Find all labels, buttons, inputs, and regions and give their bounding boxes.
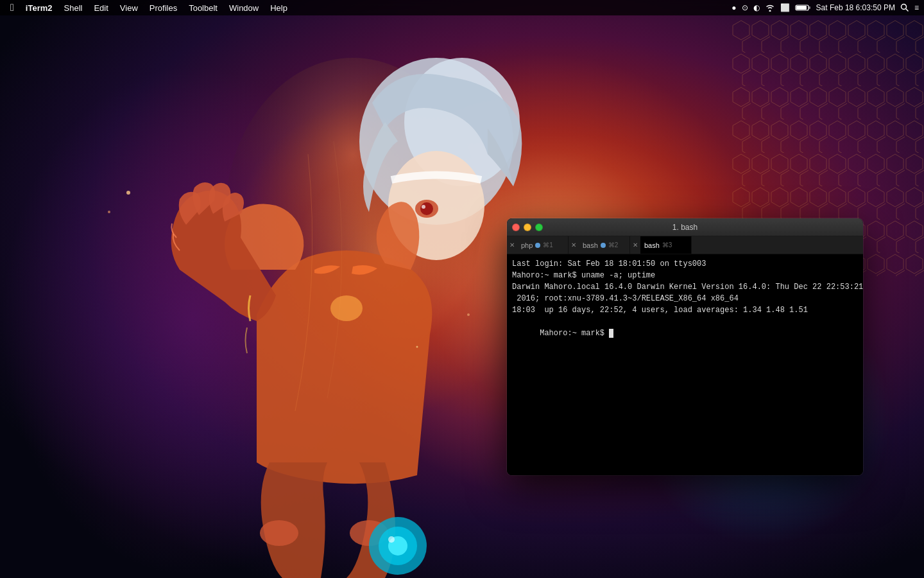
terminal-titlebar: 1. bash bbox=[507, 218, 863, 236]
svg-point-13 bbox=[388, 536, 395, 543]
tab-close-bash1[interactable]: ✕ bbox=[569, 240, 579, 250]
svg-point-6 bbox=[422, 205, 425, 209]
svg-point-14 bbox=[126, 191, 130, 195]
menubar-left:  iTerm2 Shell Edit View Profiles Toolbe… bbox=[5, 2, 293, 14]
close-button[interactable] bbox=[512, 223, 520, 231]
tab-dot-php bbox=[535, 243, 540, 248]
control-strip-icon[interactable]: ≡ bbox=[914, 3, 919, 12]
svg-point-25 bbox=[901, 4, 906, 10]
svg-point-15 bbox=[108, 211, 110, 213]
screen-record-icon[interactable]: ⊙ bbox=[742, 3, 748, 12]
menu-help[interactable]: Help bbox=[265, 2, 293, 14]
menubar:  iTerm2 Shell Edit View Profiles Toolbe… bbox=[0, 0, 924, 15]
app-name[interactable]: iTerm2 bbox=[21, 2, 58, 14]
menu-profiles[interactable]: Profiles bbox=[144, 2, 182, 14]
menu-view[interactable]: View bbox=[115, 2, 143, 14]
airplay-icon[interactable]: ⬜ bbox=[780, 3, 790, 12]
do-not-disturb-icon[interactable]: ◐ bbox=[753, 3, 760, 12]
menu-window[interactable]: Window bbox=[224, 2, 264, 14]
terminal-line-4: 2016; root:xnu-3789.41.3~3/RELEASE_X86_6… bbox=[512, 293, 858, 304]
tab-shortcut-bash2: ⌘3 bbox=[662, 241, 672, 249]
tab-name-php: php bbox=[521, 241, 533, 249]
terminal-line-5: 18:03 up 16 days, 22:52, 4 users, load a… bbox=[512, 304, 858, 316]
datetime[interactable]: Sat Feb 18 6:03:50 PM bbox=[816, 3, 895, 12]
tab-shortcut-bash1: ⌘2 bbox=[608, 241, 619, 249]
terminal-line-3: Darwin Mahoro.local 16.4.0 Darwin Kernel… bbox=[512, 281, 858, 293]
terminal-line-2: Mahoro:~ mark$ uname -a; uptime bbox=[512, 270, 858, 281]
terminal-tab-php[interactable]: php ⌘1 bbox=[517, 236, 569, 254]
tab-name-bash2: bash bbox=[644, 241, 660, 249]
svg-rect-24 bbox=[796, 6, 807, 10]
svg-point-17 bbox=[416, 346, 418, 348]
terminal-prompt: Mahoro:~ mark$ bbox=[540, 329, 609, 338]
notification-icon[interactable]: ● bbox=[732, 3, 736, 12]
tab-close-php[interactable]: ✕ bbox=[507, 240, 517, 250]
desktop-character bbox=[0, 26, 526, 578]
terminal-tab-bash1[interactable]: bash ⌘2 bbox=[579, 236, 630, 254]
battery-icon[interactable] bbox=[795, 4, 811, 12]
terminal-line-6: Mahoro:~ mark$ bbox=[512, 316, 858, 351]
svg-point-7 bbox=[260, 520, 298, 546]
minimize-button[interactable] bbox=[524, 223, 531, 231]
svg-point-21 bbox=[769, 10, 771, 12]
tab-close-bash2[interactable]: ✕ bbox=[630, 240, 640, 250]
terminal-content[interactable]: Last login: Sat Feb 18 18:01:50 on ttys0… bbox=[507, 254, 863, 475]
wifi-icon[interactable] bbox=[765, 4, 775, 12]
svg-point-9 bbox=[330, 295, 363, 321]
svg-line-26 bbox=[905, 9, 908, 12]
tab-name-bash1: bash bbox=[583, 241, 598, 249]
menubar-right: ● ⊙ ◐ ⬜ Sat Feb 18 6:03:50 PM bbox=[732, 3, 919, 12]
window-controls bbox=[512, 223, 543, 231]
tab-shortcut-php: ⌘1 bbox=[543, 241, 553, 249]
terminal-tabs: ✕ php ⌘1 ✕ bash ⌘2 ✕ bash ⌘3 bbox=[507, 236, 863, 254]
menu-edit[interactable]: Edit bbox=[89, 2, 113, 14]
menu-shell[interactable]: Shell bbox=[59, 2, 88, 14]
terminal-line-1: Last login: Sat Feb 18 18:01:50 on ttys0… bbox=[512, 258, 858, 270]
search-icon[interactable] bbox=[900, 3, 909, 12]
tab-dot-bash1 bbox=[601, 243, 606, 248]
svg-point-16 bbox=[467, 313, 470, 316]
terminal-tab-bash2[interactable]: bash ⌘3 bbox=[640, 236, 692, 254]
terminal-cursor bbox=[609, 329, 613, 338]
menu-toolbelt[interactable]: Toolbelt bbox=[184, 2, 223, 14]
terminal-title: 1. bash bbox=[672, 223, 697, 232]
terminal-window: 1. bash ✕ php ⌘1 ✕ bash ⌘2 ✕ bash ⌘3 Las… bbox=[507, 218, 863, 475]
svg-point-5 bbox=[420, 202, 433, 215]
svg-rect-23 bbox=[809, 6, 810, 9]
apple-menu[interactable]:  bbox=[5, 2, 19, 13]
maximize-button[interactable] bbox=[535, 223, 543, 231]
